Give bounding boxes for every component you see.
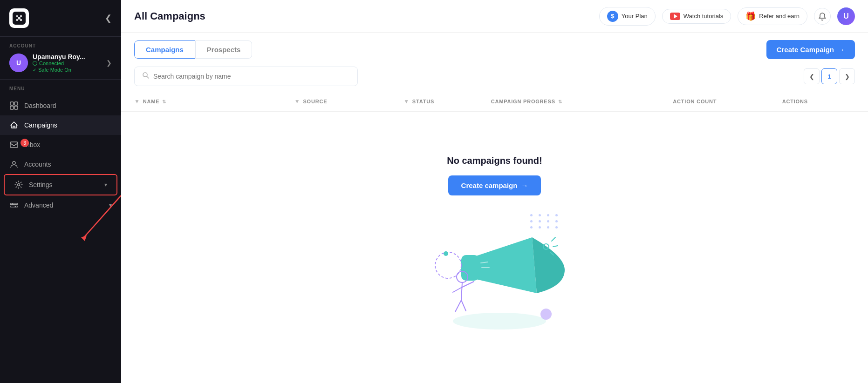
svg-point-9 [13, 161, 15, 164]
svg-rect-6 [10, 106, 14, 109]
tab-campaigns[interactable]: Campaigns [134, 40, 195, 59]
svg-line-26 [461, 282, 462, 300]
inbox-badge: 3 [21, 139, 29, 147]
status-col-label: STATUS [412, 99, 434, 104]
your-plan-button[interactable]: $ Your Plan [599, 7, 656, 26]
dashboard-icon [9, 101, 19, 110]
svg-rect-20 [461, 255, 479, 281]
search-input[interactable] [153, 73, 350, 80]
progress-col-label: CAMPAIGN PROGRESS [491, 99, 555, 104]
sidebar-item-campaigns[interactable]: Campaigns [0, 115, 121, 135]
advanced-icon [9, 201, 19, 210]
svg-line-22 [552, 237, 555, 241]
your-plan-label: Your Plan [622, 13, 648, 20]
account-info[interactable]: U Upamanyu Roy... Connected Safe Mode On… [9, 53, 112, 73]
accounts-icon [9, 160, 19, 169]
sidebar-header: ❮ [0, 0, 121, 37]
col-header-name: ▼ NAME ⇅ [134, 98, 294, 105]
empty-state: No campaigns found! Create campaign → [121, 112, 868, 383]
safe-mode-label: Safe Mode On [33, 67, 85, 73]
tab-prospects[interactable]: Prospects [195, 40, 253, 59]
gift-icon: 🎁 [745, 11, 756, 21]
svg-rect-5 [14, 102, 18, 105]
source-filter-icon[interactable]: ▼ [294, 98, 301, 105]
col-header-status: ▼ STATUS [403, 98, 491, 105]
svg-point-13 [12, 203, 14, 205]
col-header-action-count: ACTION COUNT [673, 99, 782, 104]
sidebar-item-dashboard[interactable]: Dashboard [0, 96, 121, 115]
pagination: ❮ 1 ❯ [804, 68, 855, 84]
col-header-actions: ACTIONS [782, 99, 855, 104]
watch-tutorials-label: Watch tutorials [683, 13, 724, 20]
account-status: Connected [33, 60, 85, 66]
settings-label: Settings [29, 181, 53, 188]
account-name: Upamanyu Roy... [33, 53, 85, 60]
name-col-label: NAME [143, 99, 160, 104]
settings-expand-icon: ▾ [104, 181, 107, 188]
empty-state-title: No campaigns found! [447, 155, 542, 166]
svg-point-32 [444, 251, 448, 256]
collapse-sidebar-button[interactable]: ❮ [105, 13, 112, 23]
logo-icon [9, 8, 29, 28]
svg-point-14 [15, 206, 16, 207]
create-campaign-header-label: Create Campaign [777, 46, 834, 54]
main-content: All Campaigns $ Your Plan Watch tutorial… [121, 0, 868, 383]
sidebar-item-advanced[interactable]: Advanced ▾ [0, 195, 121, 215]
refer-earn-label: Refer and earn [759, 13, 800, 20]
account-chevron-icon: ❯ [106, 59, 112, 67]
search-box [134, 67, 358, 86]
create-campaign-arrow-icon: → [838, 46, 845, 54]
topbar: All Campaigns $ Your Plan Watch tutorial… [121, 0, 868, 33]
create-campaign-empty-button[interactable]: Create campaign → [448, 175, 541, 195]
youtube-icon [670, 13, 680, 20]
search-row: ❮ 1 ❯ [121, 59, 868, 86]
create-campaign-header-button[interactable]: Create Campaign → [766, 40, 855, 59]
advanced-label: Advanced [24, 202, 53, 209]
search-icon [142, 72, 150, 81]
sidebar: ❮ ACCOUNT U Upamanyu Roy... Connected Sa… [0, 0, 121, 383]
name-filter-icon[interactable]: ▼ [134, 98, 140, 105]
campaigns-header: Campaigns Prospects Create Campaign → [121, 33, 868, 59]
svg-rect-4 [10, 102, 14, 105]
name-sort-icon[interactable]: ⇅ [162, 99, 166, 104]
table-header: ▼ NAME ⇅ ▼ SOURCE ▼ STATUS CAMPAIGN PROG… [121, 92, 868, 112]
accounts-label: Accounts [24, 161, 51, 168]
campaigns-label: Campaigns [24, 121, 57, 129]
svg-point-1 [18, 17, 21, 20]
account-avatar: U [9, 54, 28, 72]
sidebar-item-accounts[interactable]: Accounts [0, 155, 121, 174]
svg-text:U: U [16, 59, 21, 67]
svg-line-28 [453, 288, 461, 292]
sidebar-item-inbox[interactable]: Inbox 3 [0, 135, 121, 155]
user-avatar[interactable]: U [837, 7, 855, 25]
topbar-actions: $ Your Plan Watch tutorials 🎁 Refer and … [599, 7, 855, 26]
advanced-expand-icon: ▾ [109, 202, 112, 208]
empty-illustration [411, 209, 579, 340]
page-title: All Campaigns [134, 10, 594, 22]
watch-tutorials-button[interactable]: Watch tutorials [662, 9, 731, 24]
svg-rect-12 [10, 206, 18, 208]
pagination-next-button[interactable]: ❯ [839, 68, 855, 84]
pagination-prev-button[interactable]: ❮ [804, 68, 820, 84]
refer-earn-button[interactable]: 🎁 Refer and earn [738, 7, 807, 25]
svg-rect-7 [14, 106, 18, 109]
pagination-current-page: 1 [821, 68, 837, 84]
sidebar-item-settings[interactable]: Settings ▾ [4, 174, 117, 195]
notifications-button[interactable] [814, 8, 831, 25]
account-section: ACCOUNT U Upamanyu Roy... Connected Safe… [0, 37, 121, 80]
menu-label: MENU [0, 86, 121, 96]
progress-sort-icon[interactable]: ⇅ [558, 99, 562, 104]
dots-grid-decoration [530, 214, 560, 228]
svg-rect-11 [10, 203, 18, 205]
source-col-label: SOURCE [303, 99, 327, 104]
svg-line-30 [461, 300, 466, 311]
status-filter-icon[interactable]: ▼ [403, 98, 410, 105]
col-header-progress: CAMPAIGN PROGRESS ⇅ [491, 99, 673, 104]
actions-col-label: ACTIONS [782, 99, 808, 104]
svg-line-18 [147, 76, 149, 78]
create-campaign-center-arrow: → [521, 181, 528, 189]
svg-line-23 [553, 246, 558, 247]
logo-container [9, 8, 29, 28]
youtube-play-icon [674, 14, 677, 19]
tabs: Campaigns Prospects [134, 40, 252, 59]
